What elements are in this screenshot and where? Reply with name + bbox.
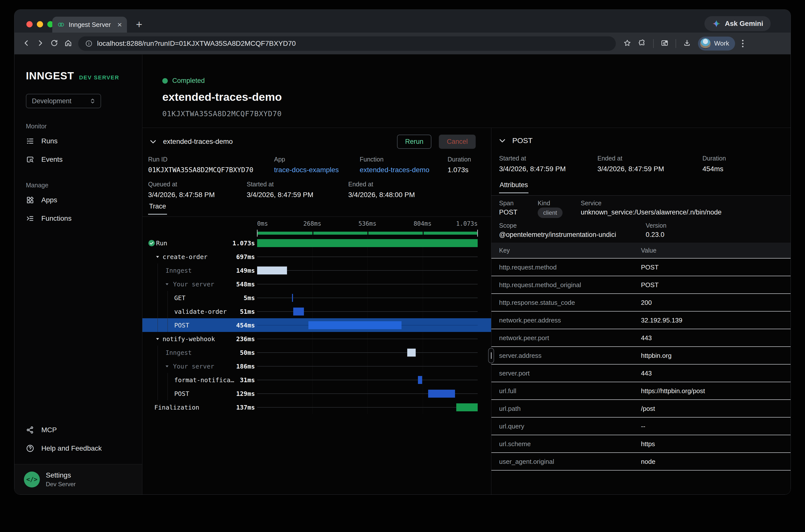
meta-cell: Ended at3/4/2026, 8:47:59 PM <box>597 155 664 173</box>
trace-meta-row2: Queued at3/4/2026, 8:47:58 PMStarted at3… <box>143 180 491 204</box>
trace-row[interactable]: format-notifica…31ms <box>143 373 491 387</box>
sidebar-item-functions[interactable]: Functions <box>15 209 142 228</box>
home-icon[interactable] <box>64 39 72 48</box>
browser-menu-icon[interactable] <box>742 40 744 47</box>
trace-row[interactable]: Your server548ms <box>143 277 491 291</box>
minimap-separator <box>423 232 424 235</box>
cancel-button[interactable]: Cancel <box>439 135 476 149</box>
trace-row[interactable]: validate-order51ms <box>143 305 491 318</box>
url-bar[interactable]: localhost:8288/run?runID=01KJXTWA35SA8D2… <box>78 36 616 51</box>
meta-link[interactable]: trace-docs-examples <box>274 166 339 174</box>
span-duration: 548ms <box>143 281 255 288</box>
browser-window: Inngest Server × + Ask Gemini <box>14 10 791 495</box>
environment-select[interactable]: Development <box>26 94 101 108</box>
sidebar-item-runs[interactable]: Runs <box>15 132 142 150</box>
browser-profile-button[interactable]: Work <box>698 37 735 51</box>
trace-row[interactable]: Inngest50ms <box>143 346 491 359</box>
span-meta-row: Started at3/4/2026, 8:47:59 PMEnded at3/… <box>491 155 790 180</box>
trace-row[interactable]: create-order697ms <box>143 250 491 264</box>
meta-label: Duration <box>703 155 726 162</box>
toolbar-divider-2 <box>676 39 676 48</box>
trace-row[interactable]: notify-webhook236ms <box>143 332 491 346</box>
help-icon <box>26 444 34 453</box>
meta-value: 3/4/2026, 8:47:59 PM <box>499 165 566 173</box>
side-panel-search-icon[interactable] <box>661 39 669 48</box>
forward-icon[interactable] <box>36 39 44 48</box>
trace-row[interactable]: GET5ms <box>143 291 491 305</box>
new-tab-button[interactable]: + <box>136 18 143 31</box>
meta-link[interactable]: extended-traces-demo <box>360 166 429 174</box>
ask-gemini-button[interactable]: Ask Gemini <box>705 16 771 31</box>
meta-cell: Functionextended-traces-demo <box>360 156 429 174</box>
row-timeline <box>257 250 478 264</box>
trace-row-selected[interactable]: POST454ms <box>143 318 491 332</box>
attribute-row: network.peer.port443 <box>491 329 790 346</box>
attribute-value: -- <box>641 422 645 430</box>
site-info-icon <box>85 40 93 47</box>
reload-icon[interactable] <box>50 39 58 48</box>
minimap-handle-left[interactable] <box>257 230 258 236</box>
minimap-separator <box>312 232 313 235</box>
span-duration: 454ms <box>143 322 255 329</box>
tab-trace[interactable]: Trace <box>148 203 167 215</box>
sidebar-item-mcp[interactable]: MCP <box>15 421 142 439</box>
attribute-row: network.peer.address32.192.95.139 <box>491 311 790 329</box>
back-icon[interactable] <box>22 39 30 48</box>
trace-row[interactable]: Inngest149ms <box>143 264 491 277</box>
events-icon <box>26 155 34 164</box>
close-window-button[interactable] <box>26 21 33 27</box>
tab-close-icon[interactable]: × <box>117 21 122 28</box>
minimap-handle-right[interactable] <box>477 230 478 236</box>
attribute-value: node <box>641 458 655 465</box>
axis-tick: 804ms <box>413 220 431 227</box>
attribute-key: url.scheme <box>499 440 531 448</box>
tab-attributes[interactable]: Attributes <box>499 181 528 193</box>
extensions-icon[interactable] <box>638 39 646 48</box>
meta-label: Duration <box>448 156 471 163</box>
attributes-table-header: Key Value <box>491 243 790 258</box>
trace-row[interactable]: Your server186ms <box>143 359 491 373</box>
waterfall-rows: Run1.073screate-order697msInngest149msYo… <box>143 236 491 414</box>
collapse-chevron-icon[interactable] <box>149 138 157 146</box>
meta-value: 3/4/2026, 8:47:59 PM <box>247 191 313 199</box>
row-timeline <box>257 387 478 400</box>
trace-row[interactable]: Run1.073s <box>143 236 491 250</box>
meta-label: App <box>274 156 339 163</box>
version-value: 0.23.0 <box>646 231 664 239</box>
minimize-window-button[interactable] <box>37 21 43 27</box>
sidebar-item-label: Functions <box>41 214 72 223</box>
meta-value: 454ms <box>703 165 726 173</box>
row-timeline <box>257 291 478 305</box>
downloads-icon[interactable] <box>683 39 691 48</box>
axis-tick: 1.073s <box>456 220 478 227</box>
sidebar-item-events[interactable]: Events <box>15 150 142 169</box>
panel-resize-handle[interactable] <box>488 348 494 363</box>
attribute-value: https://httpbin.org/post <box>641 387 705 395</box>
span-bar <box>428 390 455 398</box>
attribute-value: 200 <box>641 299 652 306</box>
sidebar-item-help-and-feedback[interactable]: Help and Feedback <box>15 439 142 458</box>
sidebar-section-label: Monitor <box>26 123 142 130</box>
browser-tab-strip: Inngest Server × + Ask Gemini <box>15 10 790 33</box>
span-detail-panel: POST Started at3/4/2026, 8:47:59 PMEnded… <box>491 128 790 494</box>
sidebar-item-settings[interactable]: </> Settings Dev Server <box>15 464 142 494</box>
trace-title: extended-traces-demo <box>163 138 233 146</box>
attributes-table: Key Value http.request.methodPOSThttp.re… <box>491 243 790 471</box>
attribute-row: server.addresshttpbin.org <box>491 346 790 364</box>
rerun-button[interactable]: Rerun <box>397 135 431 149</box>
panels-row: extended-traces-demo Rerun Cancel Run ID… <box>143 128 790 494</box>
span-bar <box>456 403 478 411</box>
meta-cell: Apptrace-docs-examples <box>274 156 339 174</box>
axis-tick: 536ms <box>358 220 376 227</box>
environment-select-value: Development <box>32 97 72 105</box>
attribute-value: POST <box>641 263 659 271</box>
main-content: Completed extended-traces-demo 01KJXTWA3… <box>143 55 790 494</box>
trace-row[interactable]: POST129ms <box>143 387 491 400</box>
span-collapse-chevron-icon[interactable] <box>498 137 506 145</box>
version-label: Version <box>646 222 666 229</box>
sidebar-item-apps[interactable]: Apps <box>15 191 142 209</box>
trace-row[interactable]: Finalization137ms <box>143 400 491 414</box>
browser-tab[interactable]: Inngest Server × <box>52 17 127 33</box>
timeline-minimap[interactable] <box>257 231 478 235</box>
bookmark-star-icon[interactable] <box>623 39 631 48</box>
